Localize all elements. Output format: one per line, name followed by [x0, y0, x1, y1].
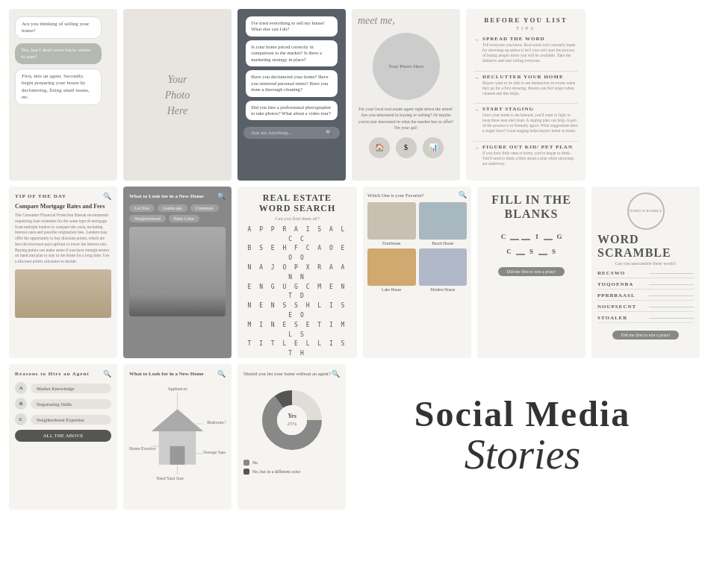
- svg-rect-2: [170, 445, 185, 464]
- search-icon-poll: 🔍: [332, 370, 340, 378]
- social-media-stories: Stories: [465, 432, 581, 478]
- meet-icon-chart: 📊: [423, 137, 444, 158]
- fb-char-i: I: [532, 230, 541, 240]
- reason-all-btn[interactable]: ALL THE ABOVE: [15, 430, 111, 442]
- reason-letter-b: B: [15, 398, 27, 410]
- tag-landscape[interactable]: Landscape: [158, 204, 187, 212]
- poll-legend: No No, but in a different color: [243, 460, 340, 475]
- search-icon: 🔍: [326, 130, 332, 136]
- search-icon-tipday: 🔍: [103, 193, 111, 200]
- tipday-body-text: The Consumer Financial Protection Bureau…: [15, 213, 111, 264]
- fb-char-g: G: [555, 230, 564, 240]
- dark-bubble-2: Is your home priced correctly in compari…: [246, 40, 338, 66]
- wo-item-farmhouse: Farmhouse: [367, 202, 416, 245]
- fb-blank-3[interactable]: [544, 230, 553, 240]
- card-chat: Are you thinking of selling your home? Y…: [9, 9, 117, 181]
- fb-blank-4[interactable]: [516, 245, 525, 255]
- card-dark-chat: I've tried everything to sell my house! …: [237, 9, 346, 181]
- wo-img-farmhouse: [367, 202, 416, 240]
- legend-item-no: No: [243, 460, 340, 466]
- reason-letter-c: C: [15, 413, 27, 425]
- fb-title: FILL IN THE BLANKS: [483, 193, 580, 221]
- dark-bubble-4: Did you hire a professional photographer…: [246, 101, 338, 121]
- fb-blank-1[interactable]: [510, 230, 519, 240]
- scr-words: RECSWOTOQOENBAPPRBBAASLNOUPSECNTSTOALER: [597, 270, 694, 326]
- donut-chart-svg: Yes 25%: [258, 387, 326, 454]
- card-word-scramble: WORD SCRAMBLE WORD SCRAMBLE Can you unsc…: [591, 187, 700, 358]
- lookfor-tags: Lot Size Landscape Commute Neighborhood …: [129, 204, 226, 222]
- chat-tip-bubble: First, hire an agent. Secondly, begin pr…: [15, 69, 102, 104]
- ws-title: REAL ESTATE WORD SEARCH: [259, 193, 336, 214]
- svg-point-16: [277, 405, 307, 435]
- tip-item-4: → FIGURE OUT KID/ PET PLAN If you have l…: [473, 144, 578, 166]
- fb-char-c: C: [499, 230, 508, 240]
- tipday-header: TIP OF THE DAY 🔍: [15, 193, 111, 200]
- reason-letter-a: A: [15, 382, 27, 394]
- svg-marker-1: [152, 409, 203, 431]
- wo-item-lake: Lake House: [367, 248, 416, 292]
- wo-img-modern: [419, 248, 468, 286]
- lookfor-image: [129, 227, 226, 316]
- meet-icons: 🏠 $ 📊: [369, 137, 444, 158]
- poll-question: Should you list your home without an age…: [243, 371, 331, 377]
- card-lookfor-diagram: What to Look for in a New Home 🔍 Applian…: [123, 364, 232, 510]
- fb-char-s2: S: [550, 245, 559, 255]
- scr-word-row: RECSWO: [597, 270, 694, 278]
- card-your-photo: Your Photo Here: [123, 9, 232, 181]
- reasons-header: Reasons to Hire an Agent 🔍: [15, 370, 111, 378]
- tipday-image: [15, 269, 111, 318]
- legend-dot-no: [243, 460, 249, 466]
- dark-bubble-3: Have you decluttered your home? Have you…: [246, 70, 338, 96]
- card-fill-blanks: FILL IN THE BLANKS C I G C S S Did me fi…: [477, 187, 585, 358]
- tip-arrow-3: →: [473, 107, 479, 113]
- fb-blank-2[interactable]: [521, 230, 530, 240]
- search-icon-lf2: 🔍: [217, 370, 226, 378]
- svg-text:Bedroom Size: Bedroom Size: [207, 420, 226, 425]
- tip-arrow-2: →: [473, 75, 479, 81]
- dark-bubble-1: I've tried everything to sell my house! …: [246, 16, 338, 37]
- scr-subtitle: Can you unscramble these words?: [615, 261, 677, 266]
- scr-btn[interactable]: Did me first to win a prize!: [612, 331, 679, 340]
- svg-text:Yes: Yes: [288, 413, 296, 419]
- tipday-main-text: Compare Mortgage Rates and Fees: [15, 203, 105, 210]
- lookfor-header: What to Look for in a New Home 🔍: [129, 193, 226, 200]
- lf2-title: What to Look for in a New Home: [129, 371, 204, 377]
- svg-text:25%: 25%: [287, 421, 296, 427]
- fb-blank-5[interactable]: [538, 245, 547, 255]
- search-icon-lookfor: 🔍: [217, 193, 226, 200]
- reason-text-a: Market Knowledge: [31, 384, 111, 393]
- fb-row-2: C S S: [505, 245, 559, 255]
- tips-subtitle: TIPS: [473, 25, 578, 31]
- chat-answer-bubble: Yes, but I don't even know where to star…: [15, 43, 102, 64]
- card-tip-of-day: TIP OF THE DAY 🔍 Compare Mortgage Rates …: [9, 187, 117, 358]
- tipday-title: TIP OF THE DAY: [15, 193, 66, 199]
- tag-commute[interactable]: Commute: [190, 204, 219, 212]
- wo-grid: Farmhouse Beach House Lake House Modern …: [367, 202, 467, 292]
- tip-arrow-4: →: [473, 145, 479, 151]
- tag-neighborhood[interactable]: Neighborhood: [129, 215, 166, 222]
- house-diagram-svg: Appliances Bedroom Size Home Exterior St…: [129, 379, 226, 487]
- row-3: Reasons to Hire an Agent 🔍 A Market Know…: [9, 364, 693, 510]
- fb-btn[interactable]: Did me first to win a prize!: [498, 267, 565, 276]
- tag-paint-color[interactable]: Paint Color: [169, 215, 200, 222]
- wo-img-lake: [367, 248, 416, 286]
- reasons-title: Reasons to Hire an Agent: [15, 371, 90, 377]
- card-word-search: REAL ESTATE WORD SEARCH Can you find the…: [237, 187, 357, 358]
- card-which-one: Which One is your Favorite? 🔍 Farmhouse …: [363, 187, 471, 358]
- card-reasons: Reasons to Hire an Agent 🔍 A Market Know…: [9, 364, 117, 510]
- card-lookfor-dark: What to Look for in a New Home 🔍 Lot Siz…: [123, 187, 232, 358]
- row-1: Are you thinking of selling your home? Y…: [9, 9, 693, 181]
- dark-chat-input[interactable]: Ask me Anything... 🔍: [243, 127, 340, 139]
- wo-header: Which One is your Favorite? 🔍: [367, 191, 467, 198]
- wo-item-modern: Modern House: [419, 248, 468, 292]
- tip-item-2: → DECLUTTER YOUR HOME Buyers want to be …: [473, 74, 578, 96]
- tag-lot-size[interactable]: Lot Size: [129, 204, 155, 212]
- tip-arrow-1: →: [473, 37, 479, 43]
- meet-description: I'm your local real estate agent right d…: [358, 106, 454, 131]
- tip-item-3: → START STAGING Once your home is declut…: [473, 106, 578, 134]
- fb-row-1: C I G: [499, 230, 564, 240]
- ws-grid: A P P R A I S A L C CB S E H F C A O E O…: [243, 225, 351, 358]
- search-icon-wo: 🔍: [459, 191, 467, 198]
- card-meet-me: meet me, Your Photo Here I'm your local …: [352, 9, 460, 181]
- main-container: Are you thinking of selling your home? Y…: [0, 0, 702, 519]
